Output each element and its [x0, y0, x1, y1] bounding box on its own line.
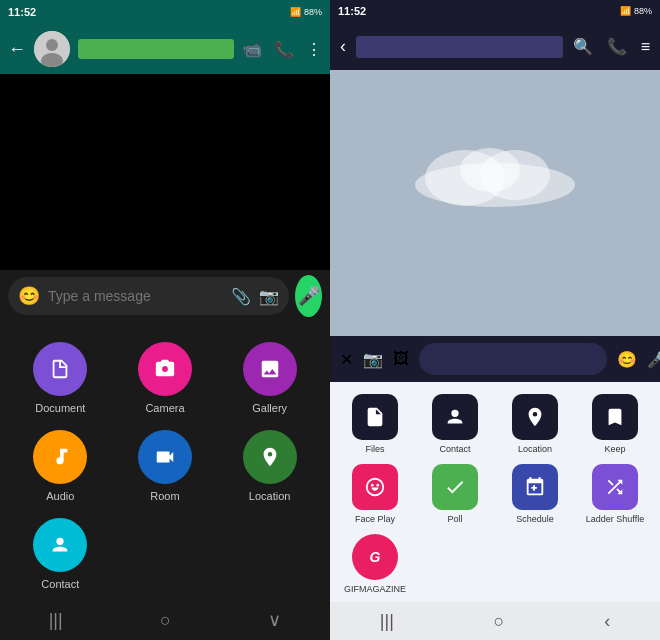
right-emoji-icon[interactable]: 😊	[617, 350, 637, 369]
left-contact-label: Contact	[41, 578, 79, 590]
right-compose-input[interactable]	[419, 343, 607, 375]
left-document-icon	[33, 342, 87, 396]
left-attach-icon[interactable]: 📎	[231, 287, 251, 306]
right-attach-schedule[interactable]: Schedule	[512, 464, 558, 524]
right-attach-faceplay[interactable]: Face Play	[352, 464, 398, 524]
left-emoji-icon[interactable]: 😊	[18, 285, 40, 307]
left-chat-area	[0, 74, 330, 270]
right-files-label: Files	[365, 444, 384, 454]
right-header: ‹ 🔍 📞 ≡	[330, 23, 660, 71]
right-more-icon[interactable]: ≡	[641, 38, 650, 56]
right-attach-grid: Files Contact Location Keep	[340, 394, 650, 594]
svg-point-7	[371, 484, 374, 487]
right-signal-icon: 📶	[620, 6, 631, 16]
right-location-label: Location	[518, 444, 552, 454]
left-camera-label: Camera	[145, 402, 184, 414]
right-back-button[interactable]: ‹	[340, 36, 346, 57]
right-contact-label: Contact	[439, 444, 470, 454]
right-nav-back[interactable]: ‹	[604, 611, 610, 632]
right-attach-laddershuffle[interactable]: Ladder Shuffle	[586, 464, 644, 524]
right-camera-icon[interactable]: 📷	[363, 350, 383, 369]
right-keep-label: Keep	[604, 444, 625, 454]
left-location-label: Location	[249, 490, 291, 502]
left-message-input-area: 😊 📎 📷 🎤	[0, 270, 330, 322]
left-gallery-icon	[243, 342, 297, 396]
left-battery-icon: 88%	[304, 7, 322, 17]
right-contact-bar	[356, 36, 563, 58]
right-attach-contact[interactable]: Contact	[432, 394, 478, 454]
left-attach-camera[interactable]: Camera	[138, 342, 192, 414]
left-room-icon	[138, 430, 192, 484]
left-attach-document[interactable]: Document	[33, 342, 87, 414]
right-status-bar: 11:52 📶 88%	[330, 0, 660, 23]
right-nav-lines[interactable]: |||	[380, 611, 394, 632]
left-contact-name-bar	[78, 39, 234, 59]
svg-point-8	[376, 484, 379, 487]
left-panel: 11:52 📶 88% ← 📹 📞 ⋮ 😊 📎 📷	[0, 0, 330, 640]
right-attach-files[interactable]: Files	[352, 394, 398, 454]
left-attach-room[interactable]: Room	[138, 430, 192, 502]
left-audio-label: Audio	[46, 490, 74, 502]
right-schedule-icon-box	[512, 464, 558, 510]
left-message-input[interactable]	[48, 288, 223, 304]
left-nav-circle[interactable]: ○	[160, 610, 171, 631]
right-schedule-label: Schedule	[516, 514, 554, 524]
right-status-icons: 📶 88%	[620, 6, 652, 16]
left-location-icon	[243, 430, 297, 484]
left-message-input-bar: 😊 📎 📷	[8, 277, 289, 315]
right-contact-icon-box	[432, 394, 478, 440]
left-status-bar: 11:52 📶 88%	[0, 0, 330, 24]
left-contact-icon	[33, 518, 87, 572]
right-attach-keep[interactable]: Keep	[592, 394, 638, 454]
left-mic-button[interactable]: 🎤	[295, 275, 322, 317]
right-attach-location[interactable]: Location	[512, 394, 558, 454]
right-nav-circle[interactable]: ○	[494, 611, 505, 632]
right-gifmagazine-icon-box: G	[352, 534, 398, 580]
left-nav-bar: ||| ○ ∨	[0, 600, 330, 640]
right-time: 11:52	[338, 5, 366, 17]
left-video-icon[interactable]: 📹	[242, 40, 262, 59]
right-location-icon-box	[512, 394, 558, 440]
left-phone-icon[interactable]: 📞	[274, 40, 294, 59]
right-attach-poll[interactable]: Poll	[432, 464, 478, 524]
right-nav-bar: ||| ○ ‹	[330, 602, 660, 640]
right-close-icon[interactable]: ✕	[340, 350, 353, 369]
left-camera-icon[interactable]: 📷	[259, 287, 279, 306]
right-mic-icon[interactable]: 🎤	[647, 350, 660, 369]
right-header-icons: 🔍 📞 ≡	[573, 37, 650, 56]
left-header-icons: 📹 📞 ⋮	[242, 40, 322, 59]
left-time: 11:52	[8, 6, 36, 18]
left-signal-icon: 📶	[290, 7, 301, 17]
left-nav-lines[interactable]: |||	[49, 610, 63, 631]
right-compose-bar: ✕ 📷 🖼 😊 🎤	[330, 336, 660, 382]
right-chat-image-area	[330, 70, 660, 336]
left-attach-menu: Document Camera Gallery Audio Room	[0, 322, 330, 600]
right-laddershuffle-label: Ladder Shuffle	[586, 514, 644, 524]
right-gifmagazine-label: GIFMAGAZINE	[344, 584, 406, 594]
right-panel: 11:52 📶 88% ‹ 🔍 📞 ≡ ✕ 📷 🖼 😊 🎤	[330, 0, 660, 640]
right-files-icon-box	[352, 394, 398, 440]
right-poll-label: Poll	[447, 514, 462, 524]
left-nav-chevron[interactable]: ∨	[268, 609, 281, 631]
right-phone-icon[interactable]: 📞	[607, 37, 627, 56]
left-avatar[interactable]	[34, 31, 70, 67]
left-gallery-label: Gallery	[252, 402, 287, 414]
left-room-label: Room	[150, 490, 179, 502]
right-laddershuffle-icon-box	[592, 464, 638, 510]
right-keep-icon-box	[592, 394, 638, 440]
left-attach-location[interactable]: Location	[243, 430, 297, 502]
right-faceplay-icon-box	[352, 464, 398, 510]
right-search-icon[interactable]: 🔍	[573, 37, 593, 56]
left-attach-audio[interactable]: Audio	[33, 430, 87, 502]
right-attach-gifmagazine[interactable]: G GIFMAGAZINE	[344, 534, 406, 594]
cloud-svg	[395, 130, 595, 210]
left-more-icon[interactable]: ⋮	[306, 40, 322, 59]
right-image-icon[interactable]: 🖼	[393, 350, 409, 368]
left-attach-contact[interactable]: Contact	[33, 518, 87, 590]
right-attach-menu: Files Contact Location Keep	[330, 382, 660, 602]
left-attach-gallery[interactable]: Gallery	[243, 342, 297, 414]
left-back-button[interactable]: ←	[8, 39, 26, 60]
right-battery-text: 88%	[634, 6, 652, 16]
right-faceplay-label: Face Play	[355, 514, 395, 524]
left-document-label: Document	[35, 402, 85, 414]
